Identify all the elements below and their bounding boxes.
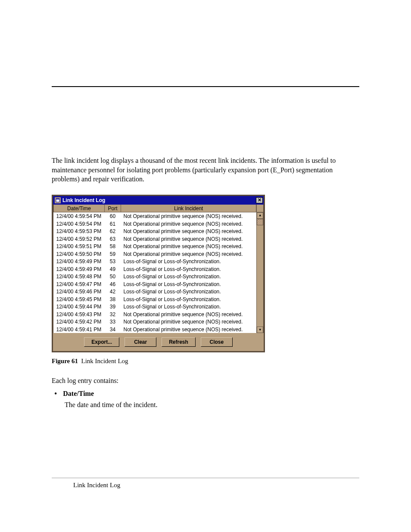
table-row[interactable]: 12/4/00 4:59:46 PM42Loss-of-Signal or Lo…: [54, 288, 256, 296]
scroll-up-icon[interactable]: ▲: [257, 212, 263, 219]
table-row[interactable]: 12/4/00 4:59:51 PM58Not Operational prim…: [54, 243, 256, 250]
figure-caption: Figure 61 Link Incident Log: [52, 358, 359, 365]
cell-port: 61: [105, 220, 121, 228]
cell-incident: Loss-of-Signal or Loss-of-Synchronizatio…: [121, 280, 256, 288]
table-row[interactable]: 12/4/00 4:59:44 PM39Loss-of-Signal or Lo…: [54, 303, 256, 311]
scroll-thumb[interactable]: [257, 219, 263, 225]
refresh-button[interactable]: Refresh: [162, 337, 196, 347]
cell-datetime: 12/4/00 4:59:45 PM: [54, 296, 105, 303]
cell-incident: Loss-of-Signal or Loss-of-Synchronizatio…: [121, 273, 256, 280]
bullet-title: Date/Time: [63, 390, 94, 398]
cell-port: 63: [105, 235, 121, 243]
cell-incident: Not Operational primitive sequence (NOS)…: [121, 311, 256, 318]
table-row[interactable]: 12/4/00 4:59:43 PM32Not Operational prim…: [54, 311, 256, 318]
cell-datetime: 12/4/00 4:59:46 PM: [54, 288, 105, 296]
window-icon: [55, 197, 61, 203]
cell-port: 62: [105, 227, 121, 235]
cell-datetime: 12/4/00 4:59:50 PM: [54, 250, 105, 258]
cell-incident: Not Operational primitive sequence (NOS)…: [121, 220, 256, 228]
cell-port: 58: [105, 243, 121, 250]
page-footer: Link Incident Log: [52, 478, 359, 489]
titlebar[interactable]: Link Incident Log ✕: [53, 196, 264, 205]
table-row[interactable]: 12/4/00 4:59:49 PM53Loss-of-Signal or Lo…: [54, 258, 256, 265]
bullet-description: The date and time of the incident.: [65, 401, 359, 409]
cell-datetime: 12/4/00 4:59:54 PM: [54, 220, 105, 228]
col-header-datetime[interactable]: Date/Time: [54, 205, 105, 212]
vertical-scrollbar[interactable]: ▲ ▼: [256, 205, 263, 333]
col-header-port[interactable]: Port: [105, 205, 121, 212]
cell-datetime: 12/4/00 4:59:54 PM: [54, 212, 105, 220]
table-row[interactable]: 12/4/00 4:59:54 PM60Not Operational prim…: [54, 212, 256, 220]
cell-datetime: 12/4/00 4:59:52 PM: [54, 235, 105, 243]
table-row[interactable]: 12/4/00 4:59:49 PM49Loss-of-Signal or Lo…: [54, 265, 256, 273]
cell-incident: Not Operational primitive sequence (NOS)…: [121, 212, 256, 220]
figure-label: Figure 61: [52, 358, 78, 364]
horizontal-rule: [52, 86, 359, 87]
bullet-icon: •: [54, 390, 57, 398]
cell-port: 39: [105, 303, 121, 311]
table-row[interactable]: 12/4/00 4:59:47 PM46Loss-of-Signal or Lo…: [54, 280, 256, 288]
cell-incident: Loss-of-Signal or Loss-of-Synchronizatio…: [121, 296, 256, 303]
cell-incident: Not Operational primitive sequence (NOS)…: [121, 318, 256, 326]
table-row[interactable]: 12/4/00 4:59:41 PM34Not Operational prim…: [54, 326, 256, 333]
cell-datetime: 12/4/00 4:59:43 PM: [54, 311, 105, 318]
cell-port: 50: [105, 273, 121, 280]
cell-port: 49: [105, 265, 121, 273]
cell-datetime: 12/4/00 4:59:49 PM: [54, 265, 105, 273]
cell-incident: Not Operational primitive sequence (NOS)…: [121, 243, 256, 250]
cell-datetime: 12/4/00 4:59:49 PM: [54, 258, 105, 265]
table-row[interactable]: 12/4/00 4:59:53 PM62Not Operational prim…: [54, 227, 256, 235]
cell-port: 46: [105, 280, 121, 288]
table-row[interactable]: 12/4/00 4:59:48 PM50Loss-of-Signal or Lo…: [54, 273, 256, 280]
figure-caption-text: Link Incident Log: [81, 358, 128, 364]
export-button[interactable]: Export...: [84, 337, 119, 347]
cell-datetime: 12/4/00 4:59:42 PM: [54, 318, 105, 326]
cell-port: 33: [105, 318, 121, 326]
cell-port: 42: [105, 288, 121, 296]
cell-port: 59: [105, 250, 121, 258]
table-row[interactable]: 12/4/00 4:59:45 PM38Loss-of-Signal or Lo…: [54, 296, 256, 303]
each-entry-text: Each log entry contains:: [52, 377, 359, 385]
cell-datetime: 12/4/00 4:59:47 PM: [54, 280, 105, 288]
cell-datetime: 12/4/00 4:59:51 PM: [54, 243, 105, 250]
log-table: Date/Time Port Link Incident 12/4/00 4:5…: [53, 205, 256, 333]
cell-incident: Not Operational primitive sequence (NOS)…: [121, 227, 256, 235]
cell-datetime: 12/4/00 4:59:53 PM: [54, 227, 105, 235]
cell-port: 34: [105, 326, 121, 333]
clear-button[interactable]: Clear: [125, 337, 156, 347]
cell-datetime: 12/4/00 4:59:44 PM: [54, 303, 105, 311]
table-row[interactable]: 12/4/00 4:59:50 PM59Not Operational prim…: [54, 250, 256, 258]
cell-incident: Not Operational primitive sequence (NOS)…: [121, 326, 256, 333]
table-row[interactable]: 12/4/00 4:59:42 PM33Not Operational prim…: [54, 318, 256, 326]
col-header-incident[interactable]: Link Incident: [121, 205, 256, 212]
intro-paragraph: The link incident log displays a thousan…: [52, 156, 359, 184]
button-bar: Export... Clear Refresh Close: [53, 333, 264, 351]
svg-rect-1: [56, 199, 59, 199]
cell-incident: Loss-of-Signal or Loss-of-Synchronizatio…: [121, 288, 256, 296]
table-row[interactable]: 12/4/00 4:59:52 PM63Not Operational prim…: [54, 235, 256, 243]
cell-port: 38: [105, 296, 121, 303]
cell-port: 32: [105, 311, 121, 318]
link-incident-log-dialog: Link Incident Log ✕ Date/Time Port Link …: [52, 195, 265, 353]
cell-incident: Loss-of-Signal or Loss-of-Synchronizatio…: [121, 265, 256, 273]
bullet-item: • Date/Time: [54, 390, 359, 398]
cell-incident: Not Operational primitive sequence (NOS)…: [121, 250, 256, 258]
scroll-down-icon[interactable]: ▼: [257, 327, 263, 333]
cell-incident: Loss-of-Signal or Loss-of-Synchronizatio…: [121, 258, 256, 265]
cell-datetime: 12/4/00 4:59:48 PM: [54, 273, 105, 280]
cell-port: 53: [105, 258, 121, 265]
cell-port: 60: [105, 212, 121, 220]
close-button[interactable]: Close: [201, 337, 233, 347]
cell-incident: Loss-of-Signal or Loss-of-Synchronizatio…: [121, 303, 256, 311]
table-row[interactable]: 12/4/00 4:59:54 PM61Not Operational prim…: [54, 220, 256, 228]
cell-datetime: 12/4/00 4:59:41 PM: [54, 326, 105, 333]
cell-incident: Not Operational primitive sequence (NOS)…: [121, 235, 256, 243]
close-icon[interactable]: ✕: [256, 197, 263, 203]
window-title: Link Incident Log: [62, 197, 256, 203]
